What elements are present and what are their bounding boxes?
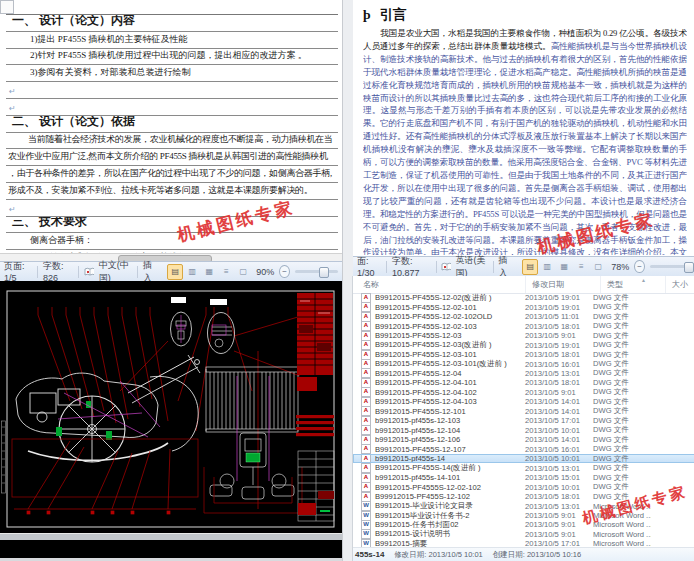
- file-name: B9912015-PF455S-12-04-102: [375, 388, 525, 397]
- zoom-level[interactable]: 90%: [256, 267, 274, 277]
- status-word-count[interactable]: 字数: 10,877: [392, 255, 431, 278]
- status-page[interactable]: 页面: 1/5: [4, 260, 32, 283]
- file-modified-date: 2013/10/5 18:01: [525, 350, 593, 359]
- file-type: Microsoft Word ...: [593, 511, 651, 520]
- file-row[interactable]: b9912015-pf455s-14-101 2013/10/5 15:01 D…: [353, 473, 694, 482]
- document-line: ，由于各种条件的差异，所以在国产化的过程中出现了不少的问题，如侧离合器手柄,: [6, 166, 338, 183]
- document-line: ↵: [6, 200, 338, 217]
- zoom-slider-thumb[interactable]: [684, 262, 694, 273]
- document-line-text: 3)参阅有关资料，对部装和总装进行绘制: [6, 66, 191, 81]
- file-modified-date: 2013/10/5 9:01: [525, 530, 593, 539]
- file-modified-date: 2013/10/5 10:01: [525, 426, 593, 435]
- file-modified-date: 2013/10/5 18:01: [525, 378, 593, 387]
- cad-command-area[interactable]: [0, 540, 342, 558]
- proofing-icon[interactable]: [441, 262, 450, 272]
- view-buttons: ▤ ▥ ▦ ≡ ▢: [167, 264, 251, 280]
- document-line: 2)针对 PF455S 插秧机使用过程中出现的问题，提出相应的改进方案 。: [6, 49, 338, 66]
- file-row[interactable]: B99912015-PF455S-12-102 2013/10/5 18:01 …: [353, 492, 694, 501]
- file-row[interactable]: B9912015-任务书封面02 2013/10/5 9:01 Microsof…: [353, 520, 694, 529]
- fullscreen-reading-view-icon[interactable]: ▥: [184, 264, 200, 280]
- document-line-text: ，由于各种条件的差异，所以在国产化的过程中出现了不少的问题，如侧离合器手柄,: [6, 167, 332, 182]
- file-name: b9912015-pf455s-12-106: [375, 435, 525, 444]
- file-row[interactable]: B9912015-PF455S-12-04-103 2013/10/5 14:0…: [353, 397, 694, 406]
- file-row[interactable]: B9912015-PF455S-12-101 2013/10/5 14:01 D…: [353, 407, 694, 416]
- file-type: Microsoft Word ...: [593, 520, 651, 529]
- file-row[interactable]: b9912015-pf455s-12-106 2013/10/5 14:01 D…: [353, 435, 694, 444]
- draft-view-icon[interactable]: ▢: [235, 264, 251, 280]
- file-modified-date: 2013/10/5 11:01: [525, 312, 593, 321]
- outline-view-icon[interactable]: ≡: [573, 259, 589, 275]
- print-layout-view-icon[interactable]: ▤: [167, 264, 183, 280]
- file-row[interactable]: B9912015-设计说明书 2013/10/5 9:01 Microsoft …: [353, 530, 694, 539]
- file-row[interactable]: B9912015-PF455S-12-02-101 2013/10/5 19:0…: [353, 302, 694, 311]
- file-row[interactable]: B9912015-PF455S-12-02-103 2013/10/5 18:0…: [353, 321, 694, 330]
- file-modified-date: 2013/10/5 17:01: [525, 416, 593, 425]
- document-line: 3)参阅有关资料，对部装和总装进行绘制: [6, 65, 338, 82]
- fullscreen-reading-view-icon[interactable]: ▥: [539, 259, 555, 275]
- zoom-slider-thumb[interactable]: [319, 267, 329, 278]
- zoom-slider[interactable]: [650, 265, 691, 268]
- web-layout-view-icon[interactable]: ▦: [201, 264, 217, 280]
- file-modified-date: 2013/10/5 14:01: [525, 407, 593, 416]
- column-header-name[interactable]: 名称: [353, 276, 526, 293]
- file-name: B9912015-PF455S-12-03-101: [375, 350, 525, 359]
- file-modified-date: 2013/10/5 10:01: [525, 483, 593, 492]
- paragraph-mark: þ: [363, 7, 371, 22]
- file-list: B9912015-PF455S-12-02(改进前 ) 2013/10/5 19…: [353, 293, 694, 548]
- file-row[interactable]: B9912015-PF455S-12-02-102OLD 2013/10/5 1…: [353, 312, 694, 321]
- draft-view-icon[interactable]: ▢: [590, 259, 606, 275]
- file-row[interactable]: B9912015-PF455S-12-02(改进前 ) 2013/10/5 19…: [353, 293, 694, 302]
- document-line: 侧离合器手柄：: [6, 233, 338, 250]
- file-row[interactable]: B9912015-PF455S-12-107 2013/10/5 16:01 D…: [353, 445, 694, 454]
- file-row[interactable]: B9912015-毕业设计论文目录 2013/10/5 13:01 Micros…: [353, 501, 694, 510]
- cad-drawing-canvas[interactable]: [0, 281, 342, 533]
- column-header-date[interactable]: 修改日期: [526, 276, 601, 293]
- sort-indicator-icon: ▲: [641, 277, 646, 283]
- file-row[interactable]: B9912015-PF455S-12-03-101 2013/10/5 18:0…: [353, 350, 694, 359]
- file-row[interactable]: B9912015-PF455S-12-04-102 2013/10/5 9:01…: [353, 388, 694, 397]
- zoom-out-button[interactable]: −: [634, 260, 644, 273]
- outline-view-icon[interactable]: ≡: [218, 264, 234, 280]
- status-page[interactable]: 面: 1/30: [357, 255, 381, 278]
- selected-file-created: 创建日期: 2013/10/5 10:16: [493, 550, 581, 560]
- document-line-text: 农业作业中应用广泛,然而本文所介绍的 PF455S 插秧机是从韩国引进的高性能插…: [6, 150, 328, 165]
- zoom-slider[interactable]: [295, 270, 338, 273]
- file-modified-date: 2013/10/5 14:01: [525, 397, 593, 406]
- file-name: B9912015-PF455S-12-107: [375, 445, 525, 454]
- status-word-count[interactable]: 字数: 826: [43, 260, 73, 283]
- file-name: B9912015-PF455S-12-03(改进前 ): [375, 340, 525, 350]
- file-explorer: 名称 修改日期 类型 大小 ▲ B9912015-PF455S-12-02(改进…: [352, 276, 694, 561]
- file-name: B9912015-PF455S-12-101: [375, 407, 525, 416]
- document-line-text: 形成不及，安装加紧不到位、拉线卡死等诸多问题，这就是本课题所要解决的。: [6, 184, 313, 199]
- file-name: B9912015-PF455S-12-02-102OLD: [375, 312, 525, 321]
- document-line-text: 2)针对 PF455S 插秧机使用过程中出现的问题，提出相应的改进方案 。: [6, 49, 307, 64]
- file-row[interactable]: B9912015毕业设计任务书-2 2013/10/5 9:01 Microso…: [353, 511, 694, 520]
- file-row[interactable]: B9912015-PF455S-12-03 2013/10/5 9:01 DWG…: [353, 331, 694, 340]
- details-pane: 455s-14 修改日期: 2013/10/5 10:01 创建日期: 2013…: [353, 547, 694, 561]
- word-status-bar: 面: 1/30 字数: 10,877 英语(美国) 插入 ▤ ▥ ▦ ≡ ▢ 7…: [353, 256, 694, 276]
- file-name: B9912015-PF455S-12-02-103: [375, 322, 525, 331]
- file-row[interactable]: b9912015-pf455s-14 2013/10/5 10:01 DWG 文…: [353, 454, 694, 463]
- file-modified-date: 2013/10/5 16:01: [525, 445, 593, 454]
- file-row[interactable]: B9912015-PF4555S-12-02-102 2013/10/5 10:…: [353, 482, 694, 491]
- column-header-type[interactable]: 类型: [601, 276, 666, 293]
- file-name: B9912015-PF455S-12-03-101(改进前 ): [375, 359, 525, 369]
- file-row[interactable]: B9912015-PF455S-12-04-101 2013/10/5 18:0…: [353, 378, 694, 387]
- file-row[interactable]: B9912015-PF455S-14(改进前 ) 2013/10/5 13:01…: [353, 463, 694, 472]
- separator: [493, 261, 494, 273]
- column-header-size[interactable]: 大小: [666, 276, 694, 293]
- zoom-level[interactable]: 78%: [611, 262, 629, 272]
- proofing-icon[interactable]: [84, 267, 94, 277]
- file-row[interactable]: b9912015-pf455s-12-103 2013/10/5 17:01 D…: [353, 416, 694, 425]
- file-row[interactable]: B9912015-PF455S-12-03(改进前 ) 2013/10/5 19…: [353, 340, 694, 349]
- file-row[interactable]: B9912015-PF455S-12-04 2013/10/5 13:01 DW…: [353, 369, 694, 378]
- file-name: b9912015-pf455s-14: [375, 454, 525, 463]
- print-layout-view-icon[interactable]: ▤: [522, 259, 538, 275]
- file-name: B9912015-PF455S-12-02(改进前 ): [375, 293, 525, 303]
- file-row[interactable]: b9912015-pf455s-12-104 2013/10/5 10:01 D…: [353, 426, 694, 435]
- file-row[interactable]: B9912015-PF455S-12-03-101(改进前 ) 2013/10/…: [353, 359, 694, 368]
- file-modified-date: 2013/10/5 14:01: [525, 435, 593, 444]
- zoom-out-button[interactable]: −: [279, 265, 290, 278]
- web-layout-view-icon[interactable]: ▦: [556, 259, 572, 275]
- file-name: B99912015-PF455S-12-102: [375, 492, 525, 501]
